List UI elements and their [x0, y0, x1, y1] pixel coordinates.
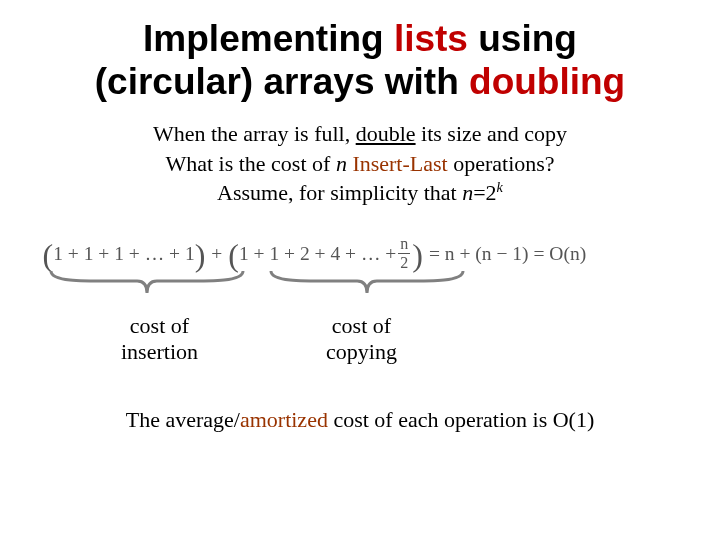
- title-seg-4: (circular) arrays with: [95, 61, 469, 102]
- slide: Implementing lists using (circular) arra…: [0, 0, 720, 540]
- title-seg-doubling: doubling: [469, 61, 625, 102]
- lead-2d-op: Insert-Last: [352, 151, 447, 176]
- eq-plus-1: +: [211, 243, 222, 265]
- eq-g1-body: 1 + 1 + 1 + … + 1: [53, 243, 195, 265]
- lead-3c: =2: [473, 181, 496, 206]
- closing-line: The average/amortized cost of each opera…: [40, 407, 680, 433]
- eq-g2-body-a: 1 + 1 + 2 + 4 + … +: [239, 243, 396, 265]
- lead-3a: Assume, for simplicity that: [217, 181, 462, 206]
- eq-frac-num: n: [398, 236, 410, 253]
- title-seg-lists: lists: [394, 18, 468, 59]
- lead-3b-n: n: [462, 181, 473, 206]
- eq-frac: n 2: [398, 236, 410, 271]
- label-cost-insertion: cost of insertion: [95, 313, 225, 364]
- label-cost-copying: cost of copying: [297, 313, 427, 364]
- lead-2a: What is the cost of: [165, 151, 335, 176]
- label-right-1: cost of: [332, 313, 391, 338]
- brace-row: [43, 271, 678, 305]
- lead-1b-double: double: [356, 121, 416, 146]
- eq-group-insertion: ( 1 + 1 + 1 + … + 1 ): [43, 243, 206, 265]
- label-right-2: copying: [326, 339, 397, 364]
- lead-2e: operations?: [448, 151, 555, 176]
- brace-insertion: [49, 269, 245, 299]
- label-left-1: cost of: [130, 313, 189, 338]
- brace-copying: [269, 269, 465, 299]
- lead-1a: When the array is full,: [153, 121, 356, 146]
- eq-rhs: = n + (n − 1) = O(n): [429, 243, 586, 265]
- closing-amortized: amortized: [240, 407, 328, 432]
- lead-3d-k: k: [497, 179, 503, 195]
- closing-c: cost of each operation is O(1): [328, 407, 594, 432]
- slide-title: Implementing lists using (circular) arra…: [40, 18, 680, 103]
- equation: ( 1 + 1 + 1 + … + 1 ) + ( 1 + 1 + 2 + 4 …: [43, 236, 678, 271]
- title-seg-3: using: [468, 18, 577, 59]
- brace-labels: cost of insertion cost of copying: [43, 305, 678, 377]
- title-seg-1: Implementing: [143, 18, 394, 59]
- lead-1c: its size and copy: [416, 121, 568, 146]
- label-left-2: insertion: [121, 339, 198, 364]
- lead-2b-n: n: [336, 151, 347, 176]
- closing-a: The average/: [126, 407, 240, 432]
- eq-group-copying: ( 1 + 1 + 2 + 4 + … + n 2 ): [228, 236, 423, 271]
- lead-text: When the array is full, double its size …: [40, 119, 680, 208]
- equation-block: ( 1 + 1 + 1 + … + 1 ) + ( 1 + 1 + 2 + 4 …: [43, 236, 678, 377]
